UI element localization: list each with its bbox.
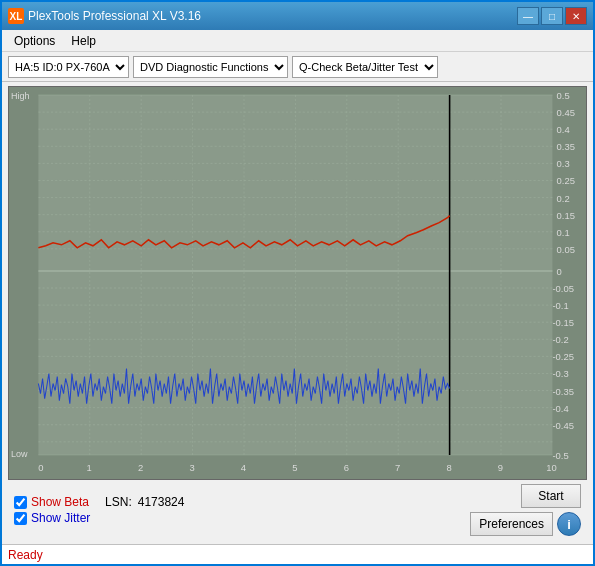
svg-text:-0.3: -0.3 <box>552 370 568 380</box>
svg-text:0.45: 0.45 <box>557 108 575 118</box>
bottom-panel: Show Beta LSN: 4173824 Show Jitter Start… <box>8 480 587 540</box>
title-bar-left: XL PlexTools Professional XL V3.16 <box>8 8 201 24</box>
svg-text:0.2: 0.2 <box>557 194 570 204</box>
function-select[interactable]: DVD Diagnostic Functions <box>133 56 288 78</box>
status-text: Ready <box>8 548 43 562</box>
preferences-button[interactable]: Preferences <box>470 512 553 536</box>
svg-text:6: 6 <box>344 463 349 473</box>
svg-text:0.1: 0.1 <box>557 228 570 238</box>
chart-container: High Low <box>8 86 587 480</box>
svg-text:-0.4: -0.4 <box>552 404 568 414</box>
svg-text:0.4: 0.4 <box>557 125 570 135</box>
close-button[interactable]: ✕ <box>565 7 587 25</box>
show-jitter-checkbox[interactable] <box>14 512 27 525</box>
y-label-high: High <box>11 91 30 101</box>
show-jitter-label: Show Jitter <box>31 511 90 525</box>
bottom-left: Show Beta LSN: 4173824 Show Jitter <box>14 495 184 525</box>
svg-text:4: 4 <box>241 463 246 473</box>
svg-text:-0.15: -0.15 <box>552 318 574 328</box>
title-bar: XL PlexTools Professional XL V3.16 — □ ✕ <box>2 2 593 30</box>
svg-text:0.5: 0.5 <box>557 91 570 101</box>
svg-text:10: 10 <box>546 463 556 473</box>
svg-text:0.15: 0.15 <box>557 211 575 221</box>
show-beta-checkbox[interactable] <box>14 496 27 509</box>
window-title: PlexTools Professional XL V3.16 <box>28 9 201 23</box>
svg-text:0.05: 0.05 <box>557 245 575 255</box>
svg-text:-0.25: -0.25 <box>552 353 574 363</box>
menu-options[interactable]: Options <box>6 32 63 50</box>
svg-text:0.35: 0.35 <box>557 142 575 152</box>
main-window: XL PlexTools Professional XL V3.16 — □ ✕… <box>0 0 595 566</box>
bottom-buttons-row: Preferences i <box>470 512 581 536</box>
chart-svg: 0.5 0.45 0.4 0.35 0.3 0.25 0.2 0.15 0.1 … <box>9 87 586 479</box>
toolbar: HA:5 ID:0 PX-760A DVD Diagnostic Functio… <box>2 52 593 82</box>
svg-text:0.25: 0.25 <box>557 177 575 187</box>
y-label-low: Low <box>11 449 28 459</box>
svg-text:7: 7 <box>395 463 400 473</box>
svg-text:-0.45: -0.45 <box>552 421 574 431</box>
svg-text:0: 0 <box>38 463 43 473</box>
menu-bar: Options Help <box>2 30 593 52</box>
minimize-button[interactable]: — <box>517 7 539 25</box>
svg-text:-0.5: -0.5 <box>552 451 568 461</box>
app-icon: XL <box>8 8 24 24</box>
svg-text:2: 2 <box>138 463 143 473</box>
main-content: High Low <box>2 82 593 544</box>
title-buttons: — □ ✕ <box>517 7 587 25</box>
svg-text:-0.1: -0.1 <box>552 301 568 311</box>
status-bar: Ready <box>2 544 593 564</box>
test-select[interactable]: Q-Check Beta/Jitter Test <box>292 56 438 78</box>
svg-text:0: 0 <box>557 267 562 277</box>
svg-text:9: 9 <box>498 463 503 473</box>
svg-text:-0.05: -0.05 <box>552 284 574 294</box>
show-beta-label: Show Beta <box>31 495 89 509</box>
info-button[interactable]: i <box>557 512 581 536</box>
svg-text:-0.2: -0.2 <box>552 335 568 345</box>
maximize-button[interactable]: □ <box>541 7 563 25</box>
menu-help[interactable]: Help <box>63 32 104 50</box>
svg-text:0.3: 0.3 <box>557 160 570 170</box>
show-beta-row: Show Beta <box>14 495 89 509</box>
svg-text:-0.35: -0.35 <box>552 387 574 397</box>
lsn-value: 4173824 <box>138 495 185 509</box>
svg-text:5: 5 <box>292 463 297 473</box>
start-button[interactable]: Start <box>521 484 581 508</box>
svg-text:1: 1 <box>87 463 92 473</box>
lsn-label: LSN: <box>105 495 132 509</box>
show-jitter-row: Show Jitter <box>14 511 184 525</box>
svg-text:8: 8 <box>446 463 451 473</box>
device-select[interactable]: HA:5 ID:0 PX-760A <box>8 56 129 78</box>
bottom-right: Start Preferences i <box>470 484 581 536</box>
svg-text:3: 3 <box>189 463 194 473</box>
lsn-section: LSN: 4173824 <box>105 495 184 509</box>
